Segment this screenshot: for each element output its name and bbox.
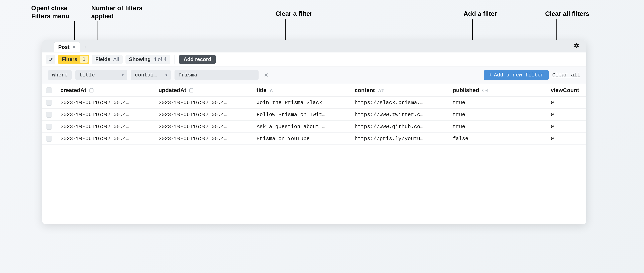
add-filter-label: Add a new filter bbox=[494, 72, 544, 78]
col-content[interactable]: content A? bbox=[350, 87, 448, 94]
cell-updatedAt: 2023-10-06T16:02:05.4… bbox=[154, 124, 252, 130]
cell-createdAt: 2023-10-06T16:02:05.4… bbox=[56, 100, 154, 106]
rows-container: 2023-10-06T16:02:05.4…2023-10-06T16:02:0… bbox=[42, 97, 586, 145]
refresh-button[interactable]: ⟳ bbox=[46, 55, 55, 64]
annotation-open-close: Open/ close Filters menu bbox=[31, 4, 69, 20]
col-published[interactable]: published bbox=[448, 87, 546, 94]
calendar-icon bbox=[189, 88, 193, 92]
annotation-clear-filter: Clear a filter bbox=[275, 10, 312, 18]
cell-createdAt: 2023-10-06T16:02:05.4… bbox=[56, 112, 154, 118]
row-checkbox[interactable] bbox=[46, 100, 52, 106]
cell-viewCount: 0 bbox=[546, 100, 586, 106]
fields-label: Fields bbox=[96, 56, 110, 62]
cell-createdAt: 2023-10-06T16:02:05.4… bbox=[56, 136, 154, 142]
filter-value-input-wrap bbox=[174, 70, 258, 80]
table-row[interactable]: 2023-10-06T16:02:05.4…2023-10-06T16:02:0… bbox=[42, 97, 586, 109]
filter-operator-select[interactable]: contai… bbox=[131, 70, 171, 80]
filter-value-input[interactable] bbox=[178, 72, 254, 78]
cell-viewCount: 0 bbox=[546, 136, 586, 142]
table-row[interactable]: 2023-10-06T16:02:05.4…2023-10-06T16:02:0… bbox=[42, 133, 586, 145]
add-record-label: Add record bbox=[184, 56, 211, 62]
add-tab-button[interactable]: + bbox=[80, 42, 90, 52]
plus-icon: + bbox=[489, 72, 492, 78]
col-updatedAt[interactable]: updatedAt bbox=[154, 87, 252, 94]
fields-value: All bbox=[113, 56, 122, 62]
type-nullable-string-icon: A? bbox=[378, 88, 384, 93]
tab-label: Post bbox=[58, 44, 70, 50]
toolbar: ⟳ Filters 1 Fields All Showing 4 of 4 Ad… bbox=[42, 52, 586, 66]
data-grid: createdAt updatedAt title A content A? p… bbox=[42, 84, 586, 145]
row-checkbox[interactable] bbox=[46, 136, 52, 142]
cell-published: true bbox=[448, 112, 546, 118]
type-string-icon: A bbox=[270, 88, 273, 93]
type-boolean-icon bbox=[482, 89, 488, 92]
showing-pill[interactable]: Showing 4 of 4 bbox=[126, 55, 170, 64]
close-icon[interactable]: ✕ bbox=[72, 45, 76, 50]
showing-label: Showing bbox=[129, 56, 151, 62]
tab-post[interactable]: Post ✕ bbox=[54, 42, 80, 52]
cell-updatedAt: 2023-10-06T16:02:05.4… bbox=[154, 100, 252, 106]
where-chip: where bbox=[48, 70, 72, 80]
cell-title: Follow Prisma on Twit… bbox=[252, 112, 350, 118]
cell-title: Ask a question about … bbox=[252, 124, 350, 130]
data-browser-panel: Post ✕ + ⟳ Filters 1 Fields All Showing … bbox=[42, 40, 586, 224]
table-header-row: createdAt updatedAt title A content A? p… bbox=[42, 84, 586, 97]
cell-updatedAt: 2023-10-06T16:02:05.4… bbox=[154, 136, 252, 142]
add-record-button[interactable]: Add record bbox=[179, 55, 216, 64]
cell-title: Join the Prisma Slack bbox=[252, 100, 350, 106]
cell-content: https://www.github.co… bbox=[350, 124, 448, 130]
annotation-clear-all: Clear all filters bbox=[545, 10, 589, 18]
table-row[interactable]: 2023-10-06T16:02:05.4…2023-10-06T16:02:0… bbox=[42, 121, 586, 133]
cell-title: Prisma on YouTube bbox=[252, 136, 350, 142]
filters-button[interactable]: Filters 1 bbox=[58, 55, 89, 64]
table-row[interactable]: 2023-10-06T16:02:05.4…2023-10-06T16:02:0… bbox=[42, 109, 586, 121]
cell-viewCount: 0 bbox=[546, 124, 586, 130]
gear-icon[interactable] bbox=[574, 42, 580, 50]
col-title[interactable]: title A bbox=[252, 87, 350, 94]
calendar-icon bbox=[90, 88, 94, 92]
clear-filter-button[interactable]: ✕ bbox=[262, 72, 270, 78]
filters-label: Filters bbox=[62, 56, 77, 62]
col-viewCount[interactable]: viewCount bbox=[546, 87, 586, 94]
filter-operator-value: contai… bbox=[135, 72, 157, 78]
row-checkbox[interactable] bbox=[46, 112, 52, 118]
cell-updatedAt: 2023-10-06T16:02:05.4… bbox=[154, 112, 252, 118]
filter-bar: where title contai… ✕ + Add a new filter… bbox=[42, 66, 586, 84]
cell-viewCount: 0 bbox=[546, 112, 586, 118]
select-all-checkbox[interactable] bbox=[46, 87, 52, 93]
cell-content: https://www.twitter.c… bbox=[350, 112, 448, 118]
showing-value: 4 of 4 bbox=[154, 56, 169, 62]
cell-content: https://pris.ly/youtu… bbox=[350, 136, 448, 142]
cell-content: https://slack.prisma.… bbox=[350, 100, 448, 106]
row-checkbox[interactable] bbox=[46, 124, 52, 130]
divider bbox=[174, 55, 175, 64]
add-filter-button[interactable]: + Add a new filter bbox=[484, 70, 548, 80]
filters-count-badge: 1 bbox=[80, 56, 88, 63]
clear-all-link[interactable]: Clear all bbox=[552, 72, 580, 78]
annotation-add-filter: Add a filter bbox=[464, 10, 497, 18]
tab-bar: Post ✕ + bbox=[42, 40, 586, 52]
cell-published: true bbox=[448, 124, 546, 130]
cell-createdAt: 2023-10-06T16:02:05.4… bbox=[56, 124, 154, 130]
cell-published: false bbox=[448, 136, 546, 142]
annotation-num-filters: Number of filters applied bbox=[91, 4, 142, 20]
filter-field-value: title bbox=[79, 72, 95, 78]
cell-published: true bbox=[448, 100, 546, 106]
fields-button[interactable]: Fields All bbox=[92, 55, 123, 64]
filter-field-select[interactable]: title bbox=[75, 70, 127, 80]
col-createdAt[interactable]: createdAt bbox=[56, 87, 154, 94]
